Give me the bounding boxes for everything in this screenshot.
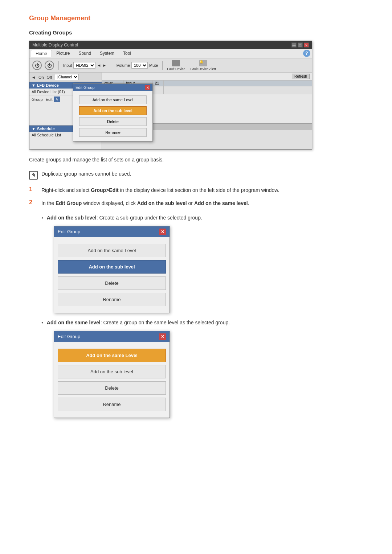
app-main-content: ◄ On Off |Channel ▼ LFB Device All Devic… <box>29 73 312 149</box>
step-list: 1 Right-click and select Group>Edit in t… <box>29 186 363 208</box>
modal-2-close[interactable]: ✕ <box>159 333 166 340</box>
prev-icon[interactable]: ◄ <box>97 63 101 67</box>
menu-tab-sound[interactable]: Sound <box>74 50 95 57</box>
caret-icon: ▼ <box>32 83 36 87</box>
edit-label[interactable]: Edit <box>46 97 53 102</box>
page-title: Group Management <box>29 15 363 22</box>
delete-btn-small[interactable]: Delete <box>79 117 147 126</box>
step-2: 2 In the Edit Group window displayed, cl… <box>29 199 363 207</box>
fault-device-icon: Fault Device <box>167 60 185 71</box>
modal-1-titlebar: Edit Group ✕ <box>54 226 170 237</box>
rename-btn-small[interactable]: Rename <box>79 128 147 137</box>
modal-2-rename[interactable]: Rename <box>58 398 166 411</box>
modal-in-app: Edit Group ✕ Add on the same Level Add o… <box>73 83 153 141</box>
modal-1-add-sub[interactable]: Add on the sub level <box>58 260 166 274</box>
bullet-1-label: Add on the sub level <box>47 215 97 221</box>
bullet-1-content: Add on the sub level: Create a sub-group… <box>47 214 202 222</box>
note-box: ✎ Duplicate group names cannot be used. <box>29 170 363 180</box>
refresh-button[interactable]: Refresh <box>292 74 310 79</box>
bullet-section: ● Add on the sub level: Create a sub-gro… <box>41 214 363 418</box>
power-on-btn[interactable]: ⏻ <box>32 61 42 70</box>
titlebar-buttons: — □ ✕ <box>291 42 309 48</box>
app-title: Multiple Display Control <box>32 42 78 48</box>
volume-label: IVolume <box>115 63 130 67</box>
edit-group-wrapper-1: Edit Group ✕ Add on the same Level Add o… <box>54 226 363 313</box>
fault-alert-icon: 🔔 Fault Device Alert <box>191 60 216 71</box>
modal-1-body: Add on the same Level Add on the sub lev… <box>54 237 170 313</box>
schedule-caret: ▼ <box>32 127 36 131</box>
edit-group-modal-small: Edit Group ✕ Add on the same Level Add o… <box>73 83 153 141</box>
on-off-row: ◄ On Off |Channel <box>29 73 102 82</box>
menu-tab-picture[interactable]: Picture <box>52 50 74 57</box>
minimize-button[interactable]: — <box>291 42 297 48</box>
modal-2-add-same[interactable]: Add on the same Level <box>58 349 166 362</box>
maximize-button[interactable]: □ <box>298 42 303 48</box>
modal-title-small: Edit Group <box>75 85 95 90</box>
menu-tab-home[interactable]: Home <box>31 50 52 57</box>
modal-2-title: Edit Group <box>58 334 80 339</box>
volume-select[interactable]: 100 <box>131 62 148 69</box>
modal-body-small: Add on the same Level Add on the sub lev… <box>73 91 152 141</box>
add-sub-level-btn-small[interactable]: Add on the sub level <box>79 106 147 115</box>
modal-2-body: Add on the same Level Add on the sub lev… <box>54 342 170 418</box>
app-menubar: Home Picture Sound System Tool ? <box>29 49 312 58</box>
input-select[interactable]: HDMI2 <box>73 62 95 69</box>
modal-1-add-same[interactable]: Add on the same Level <box>58 244 166 257</box>
note-text: Duplicate group names cannot be used. <box>41 170 131 178</box>
cell-num <box>153 86 164 94</box>
bullet-1-dot: ● <box>41 216 43 219</box>
help-icon[interactable]: ? <box>303 50 310 57</box>
modal-2-delete[interactable]: Delete <box>58 381 166 395</box>
modal-1-rename[interactable]: Rename <box>58 293 166 306</box>
modal-1-delete[interactable]: Delete <box>58 276 166 290</box>
toolbar-group-volume: IVolume 100 Mute <box>115 62 158 69</box>
add-same-level-btn-small[interactable]: Add on the same Level <box>79 95 147 104</box>
next-icon[interactable]: ► <box>102 63 106 67</box>
modal-titlebar-small: Edit Group ✕ <box>73 84 152 91</box>
mute-label: Mute <box>149 63 158 67</box>
modal-2-titlebar: Edit Group ✕ <box>54 331 170 342</box>
step-2-content: In the Edit Group window displayed, clic… <box>41 199 249 207</box>
modal-close-small[interactable]: ✕ <box>145 85 150 90</box>
step-1-text2: in the display device list section on th… <box>119 187 279 193</box>
edit-group-wrapper-2: Edit Group ✕ Add on the same Level Add o… <box>54 331 363 418</box>
power-off-btn[interactable]: ⏻ <box>45 61 54 70</box>
app-toolbar: ⏻ ⏻ Input HDMI2 ◄ ► IVolume 100 Mute Fau… <box>29 58 312 73</box>
close-button[interactable]: ✕ <box>304 42 309 48</box>
bullet-2-dot: ● <box>41 321 43 324</box>
step-2-bold1: Edit Group <box>56 200 82 206</box>
modal-2-add-sub[interactable]: Add on the sub level <box>58 365 166 378</box>
channel-select[interactable]: |Channel <box>55 74 79 80</box>
edit-icon[interactable]: ✎ <box>54 97 60 102</box>
step-1-bold: Group>Edit <box>91 187 119 193</box>
step-2-num: 2 <box>29 199 36 206</box>
step-1: 1 Right-click and select Group>Edit in t… <box>29 186 363 194</box>
off-label: Off <box>47 75 52 79</box>
step-1-num: 1 <box>29 186 36 193</box>
description-text: Create groups and manage the list of set… <box>29 156 363 164</box>
app-titlebar: Multiple Display Control — □ ✕ <box>29 41 312 49</box>
step-2-text4: . <box>248 200 249 206</box>
modal-1-close[interactable]: ✕ <box>159 229 166 235</box>
group-label: Group <box>32 97 43 102</box>
note-icon: ✎ <box>29 171 38 180</box>
step-2-bold2: Add on the sub level <box>137 200 187 206</box>
app-window: Multiple Display Control — □ ✕ Home Pict… <box>29 41 312 149</box>
bullet-1: ● Add on the sub level: Create a sub-gro… <box>41 214 363 222</box>
section-title: Creating Groups <box>29 29 363 36</box>
modal-1-title: Edit Group <box>58 229 80 234</box>
step-1-content: Right-click and select Group>Edit in the… <box>41 186 279 194</box>
bullet-2-content: Add on the same level: Create a group on… <box>47 319 230 327</box>
bullet-1-desc: : Create a sub-group under the selected … <box>97 215 202 221</box>
menu-tab-tool[interactable]: Tool <box>119 50 135 57</box>
menu-tab-system[interactable]: System <box>95 50 119 57</box>
arrow-left-icon[interactable]: ◄ <box>32 75 36 79</box>
bullet-2-desc: : Create a group on the same level as th… <box>101 320 230 325</box>
right-panel-header: Refresh <box>102 73 312 81</box>
edit-group-modal-1: Edit Group ✕ Add on the same Level Add o… <box>54 226 170 313</box>
col-num: 21 <box>153 81 164 86</box>
toolbar-group-input: Input HDMI2 ◄ ► <box>63 62 106 69</box>
input-label: Input <box>63 63 72 67</box>
bullet-2: ● Add on the same level: Create a group … <box>41 319 363 327</box>
bullet-2-label: Add on the same level <box>47 320 101 325</box>
